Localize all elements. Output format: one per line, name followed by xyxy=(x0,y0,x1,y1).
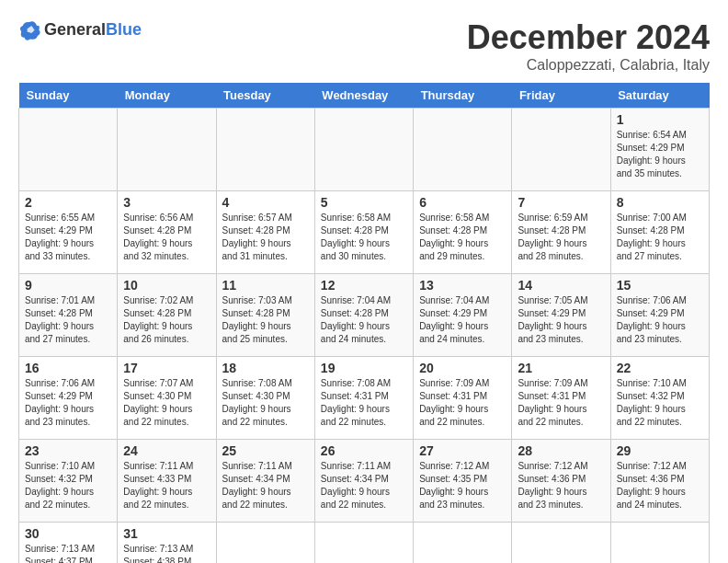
calendar-week-3: 9 Sunrise: 7:01 AM Sunset: 4:28 PM Dayli… xyxy=(19,274,710,357)
day-cell-25: 25 Sunrise: 7:11 AM Sunset: 4:34 PM Dayl… xyxy=(216,440,314,523)
empty-cell xyxy=(118,109,216,191)
day-info: Sunrise: 7:09 AM Sunset: 4:31 PM Dayligh… xyxy=(419,377,506,429)
day-cell-31: 31 Sunrise: 7:13 AM Sunset: 4:38 PM Dayl… xyxy=(118,523,216,564)
day-cell-21: 21 Sunrise: 7:09 AM Sunset: 4:31 PM Dayl… xyxy=(512,357,610,440)
day-info: Sunrise: 7:10 AM Sunset: 4:32 PM Dayligh… xyxy=(25,460,111,511)
logo-general: General xyxy=(44,20,106,39)
day-info: Sunrise: 6:58 AM Sunset: 4:28 PM Dayligh… xyxy=(321,212,407,263)
day-cell-23: 23 Sunrise: 7:10 AM Sunset: 4:32 PM Dayl… xyxy=(19,440,118,523)
day-number: 19 xyxy=(321,361,407,375)
weekday-header-monday: Monday xyxy=(118,83,216,109)
empty-cell xyxy=(414,523,512,564)
day-number: 20 xyxy=(419,361,506,375)
weekday-header-sunday: Sunday xyxy=(19,83,118,109)
weekday-header-row: SundayMondayTuesdayWednesdayThursdayFrid… xyxy=(19,83,710,109)
day-cell-27: 27 Sunrise: 7:12 AM Sunset: 4:35 PM Dayl… xyxy=(414,440,512,523)
empty-cell xyxy=(314,523,413,564)
day-cell-11: 11 Sunrise: 7:03 AM Sunset: 4:28 PM Dayl… xyxy=(216,274,314,357)
day-info: Sunrise: 7:13 AM Sunset: 4:37 PM Dayligh… xyxy=(25,543,111,563)
day-cell-1: 1 Sunrise: 6:54 AM Sunset: 4:29 PM Dayli… xyxy=(610,109,709,191)
day-number: 2 xyxy=(25,195,111,210)
day-cell-13: 13 Sunrise: 7:04 AM Sunset: 4:29 PM Dayl… xyxy=(414,274,512,357)
day-number: 23 xyxy=(25,443,111,458)
day-number: 3 xyxy=(123,195,210,210)
day-cell-10: 10 Sunrise: 7:02 AM Sunset: 4:28 PM Dayl… xyxy=(118,274,216,357)
day-info: Sunrise: 6:54 AM Sunset: 4:29 PM Dayligh… xyxy=(617,129,703,180)
day-cell-4: 4 Sunrise: 6:57 AM Sunset: 4:28 PM Dayli… xyxy=(216,191,314,274)
day-info: Sunrise: 7:12 AM Sunset: 4:35 PM Dayligh… xyxy=(419,460,506,511)
day-info: Sunrise: 7:11 AM Sunset: 4:34 PM Dayligh… xyxy=(222,460,309,511)
day-cell-7: 7 Sunrise: 6:59 AM Sunset: 4:28 PM Dayli… xyxy=(512,191,610,274)
calendar-week-2: 2 Sunrise: 6:55 AM Sunset: 4:29 PM Dayli… xyxy=(19,191,710,274)
day-cell-29: 29 Sunrise: 7:12 AM Sunset: 4:36 PM Dayl… xyxy=(610,440,709,523)
weekday-header-tuesday: Tuesday xyxy=(216,83,314,109)
day-info: Sunrise: 7:13 AM Sunset: 4:38 PM Dayligh… xyxy=(123,543,210,563)
calendar-week-5: 23 Sunrise: 7:10 AM Sunset: 4:32 PM Dayl… xyxy=(19,440,710,523)
day-cell-15: 15 Sunrise: 7:06 AM Sunset: 4:29 PM Dayl… xyxy=(610,274,709,357)
day-info: Sunrise: 7:02 AM Sunset: 4:28 PM Dayligh… xyxy=(123,294,210,346)
day-cell-14: 14 Sunrise: 7:05 AM Sunset: 4:29 PM Dayl… xyxy=(512,274,610,357)
title-section: December 2024 Caloppezzati, Calabria, It… xyxy=(467,18,710,74)
location-text: Caloppezzati, Calabria, Italy xyxy=(467,57,710,74)
day-cell-9: 9 Sunrise: 7:01 AM Sunset: 4:28 PM Dayli… xyxy=(19,274,118,357)
day-info: Sunrise: 7:06 AM Sunset: 4:29 PM Dayligh… xyxy=(25,377,111,429)
day-cell-26: 26 Sunrise: 7:11 AM Sunset: 4:34 PM Dayl… xyxy=(314,440,413,523)
day-info: Sunrise: 6:56 AM Sunset: 4:28 PM Dayligh… xyxy=(123,212,210,263)
day-number: 21 xyxy=(518,361,604,375)
calendar-week-1: 1 Sunrise: 6:54 AM Sunset: 4:29 PM Dayli… xyxy=(19,109,710,191)
month-title: December 2024 xyxy=(467,18,710,57)
empty-cell xyxy=(314,109,413,191)
day-number: 30 xyxy=(25,526,111,541)
day-number: 12 xyxy=(321,278,407,293)
day-number: 17 xyxy=(123,361,210,375)
calendar-week-6: 30 Sunrise: 7:13 AM Sunset: 4:37 PM Dayl… xyxy=(19,523,710,564)
empty-cell xyxy=(512,109,610,191)
day-info: Sunrise: 7:01 AM Sunset: 4:28 PM Dayligh… xyxy=(25,294,111,346)
calendar-week-4: 16 Sunrise: 7:06 AM Sunset: 4:29 PM Dayl… xyxy=(19,357,710,440)
day-cell-17: 17 Sunrise: 7:07 AM Sunset: 4:30 PM Dayl… xyxy=(118,357,216,440)
day-info: Sunrise: 6:58 AM Sunset: 4:28 PM Dayligh… xyxy=(419,212,506,263)
day-info: Sunrise: 7:00 AM Sunset: 4:28 PM Dayligh… xyxy=(617,212,703,263)
day-info: Sunrise: 7:09 AM Sunset: 4:31 PM Dayligh… xyxy=(518,377,604,429)
day-cell-22: 22 Sunrise: 7:10 AM Sunset: 4:32 PM Dayl… xyxy=(610,357,709,440)
day-cell-5: 5 Sunrise: 6:58 AM Sunset: 4:28 PM Dayli… xyxy=(314,191,413,274)
day-info: Sunrise: 6:57 AM Sunset: 4:28 PM Dayligh… xyxy=(222,212,309,263)
logo: GeneralBlue xyxy=(18,18,142,40)
day-cell-6: 6 Sunrise: 6:58 AM Sunset: 4:28 PM Dayli… xyxy=(414,191,512,274)
day-info: Sunrise: 7:12 AM Sunset: 4:36 PM Dayligh… xyxy=(518,460,604,511)
logo-text: GeneralBlue xyxy=(44,20,142,40)
day-info: Sunrise: 6:59 AM Sunset: 4:28 PM Dayligh… xyxy=(518,212,604,263)
day-number: 10 xyxy=(123,278,210,293)
day-info: Sunrise: 7:05 AM Sunset: 4:29 PM Dayligh… xyxy=(518,294,604,346)
day-cell-20: 20 Sunrise: 7:09 AM Sunset: 4:31 PM Dayl… xyxy=(414,357,512,440)
empty-cell xyxy=(414,109,512,191)
day-info: Sunrise: 7:04 AM Sunset: 4:28 PM Dayligh… xyxy=(321,294,407,346)
day-number: 18 xyxy=(222,361,309,375)
day-cell-8: 8 Sunrise: 7:00 AM Sunset: 4:28 PM Dayli… xyxy=(610,191,709,274)
day-cell-24: 24 Sunrise: 7:11 AM Sunset: 4:33 PM Dayl… xyxy=(118,440,216,523)
day-info: Sunrise: 7:08 AM Sunset: 4:31 PM Dayligh… xyxy=(321,377,407,429)
day-number: 13 xyxy=(419,278,506,293)
day-number: 15 xyxy=(617,278,703,293)
day-info: Sunrise: 7:03 AM Sunset: 4:28 PM Dayligh… xyxy=(222,294,309,346)
day-cell-3: 3 Sunrise: 6:56 AM Sunset: 4:28 PM Dayli… xyxy=(118,191,216,274)
calendar-table: SundayMondayTuesdayWednesdayThursdayFrid… xyxy=(18,83,710,563)
empty-cell xyxy=(216,523,314,564)
day-number: 25 xyxy=(222,443,309,458)
day-cell-28: 28 Sunrise: 7:12 AM Sunset: 4:36 PM Dayl… xyxy=(512,440,610,523)
day-info: Sunrise: 7:11 AM Sunset: 4:33 PM Dayligh… xyxy=(123,460,210,511)
day-number: 28 xyxy=(518,443,604,458)
day-cell-18: 18 Sunrise: 7:08 AM Sunset: 4:30 PM Dayl… xyxy=(216,357,314,440)
day-number: 5 xyxy=(321,195,407,210)
day-number: 16 xyxy=(25,361,111,375)
empty-cell xyxy=(512,523,610,564)
day-number: 26 xyxy=(321,443,407,458)
day-number: 29 xyxy=(617,443,703,458)
day-info: Sunrise: 7:10 AM Sunset: 4:32 PM Dayligh… xyxy=(617,377,703,429)
weekday-header-saturday: Saturday xyxy=(610,83,709,109)
day-info: Sunrise: 7:08 AM Sunset: 4:30 PM Dayligh… xyxy=(222,377,309,429)
day-cell-19: 19 Sunrise: 7:08 AM Sunset: 4:31 PM Dayl… xyxy=(314,357,413,440)
day-number: 6 xyxy=(419,195,506,210)
day-number: 8 xyxy=(617,195,703,210)
day-cell-2: 2 Sunrise: 6:55 AM Sunset: 4:29 PM Dayli… xyxy=(19,191,118,274)
